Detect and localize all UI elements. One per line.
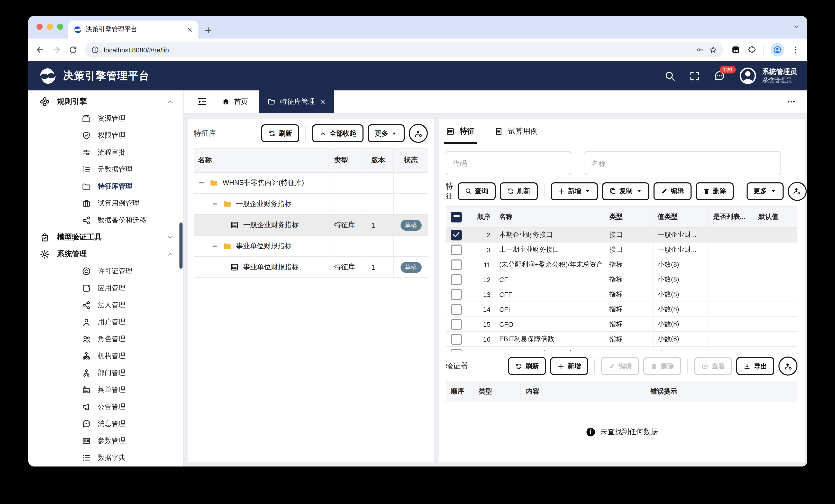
row-checkbox[interactable] <box>451 334 462 344</box>
sidebar-item-application[interactable]: 应用管理 <box>28 279 183 296</box>
sidebar-item-org-mgmt[interactable]: 机构管理 <box>28 347 183 364</box>
row-checkbox[interactable] <box>451 349 462 351</box>
delete-button[interactable]: 删除 <box>695 182 733 200</box>
tab-trial-case[interactable]: 试算用例 <box>494 119 538 144</box>
row-checkbox[interactable] <box>451 319 462 330</box>
sidebar-item-data-dict[interactable]: 数据字典 <box>28 449 183 466</box>
sidebar-item-i18n[interactable]: 国际化多语言 <box>28 466 183 466</box>
row-checkbox[interactable] <box>451 274 462 285</box>
tree-row[interactable]: 事业单位财报指标 特征库 1 草稿 <box>194 257 428 278</box>
collapse-all-button[interactable]: 全部收起 <box>312 124 364 142</box>
browser-tab[interactable]: 决策引擎管理平台 <box>68 21 198 39</box>
sidebar-item-params-mgmt[interactable]: 参数管理 <box>28 432 183 449</box>
site-info-icon[interactable] <box>91 46 99 54</box>
sidebar-item-license[interactable]: 许可证管理 <box>28 262 183 279</box>
collapse-toggle-icon[interactable] <box>211 201 219 208</box>
sidebar-item-metadata[interactable]: 元数据管理 <box>28 161 183 178</box>
validator-view-button[interactable]: 查看 <box>694 357 732 375</box>
maximize-window-button[interactable] <box>57 24 63 30</box>
close-icon[interactable] <box>320 99 326 105</box>
collapse-toggle-icon[interactable] <box>198 179 205 187</box>
sidebar-item-announcement[interactable]: 公告管理 <box>28 398 183 415</box>
sidebar-item-trial-case[interactable]: 试算用例管理 <box>28 195 183 212</box>
copy-button[interactable]: 复制 <box>602 182 649 200</box>
validator-refresh-button[interactable]: 刷新 <box>508 357 546 375</box>
feature-row[interactable]: 14 CFI 指标 小数(8) <box>446 302 797 317</box>
feature-row[interactable]: 11 (未分配利润+盈余公积)/年末总资产 指标 小数(8) <box>446 257 797 272</box>
sidebar-item-backup-migration[interactable]: 数据备份和迁移 <box>28 212 183 229</box>
tree-more-button[interactable]: 更多 <box>368 124 405 142</box>
validator-column-settings-button[interactable] <box>778 357 797 376</box>
row-checkbox[interactable] <box>451 229 462 240</box>
tree-row-selected[interactable]: 一般企业财务指标 特征库 1 草稿 <box>194 215 428 236</box>
browser-profile-avatar[interactable] <box>771 43 784 57</box>
tree-row[interactable]: 事业单位财报指标 <box>194 236 428 257</box>
user-menu[interactable]: 系统管理员 系统管理员 <box>738 66 797 85</box>
tab-feature[interactable]: 特征 <box>446 119 474 144</box>
minimize-window-button[interactable] <box>47 24 53 30</box>
row-checkbox[interactable] <box>451 289 462 300</box>
menu-fold-icon[interactable] <box>197 97 207 107</box>
tree-refresh-button[interactable]: 刷新 <box>261 124 299 142</box>
sidebar-group-system[interactable]: 系统管理 <box>28 246 183 262</box>
password-key-icon[interactable] <box>696 46 705 54</box>
feature-row[interactable]: 12 CF 指标 小数(8) <box>446 272 797 287</box>
darkreader-extension-icon[interactable] <box>731 45 741 55</box>
tab-feature-lib-active[interactable]: 特征库管理 <box>259 90 334 113</box>
extensions-puzzle-icon[interactable] <box>748 45 757 55</box>
back-button[interactable] <box>36 45 45 55</box>
forward-button[interactable] <box>52 45 61 55</box>
tab-close-icon[interactable] <box>187 26 193 33</box>
validator-export-button[interactable]: 导出 <box>736 357 774 375</box>
close-window-button[interactable] <box>37 24 43 30</box>
url-text[interactable]: localhost:8080/#/re/lib <box>104 46 692 54</box>
tree-row[interactable]: WHNS非零售内评(特征库) <box>194 173 428 194</box>
name-filter-input[interactable] <box>585 151 781 175</box>
tab-search-chevron-icon[interactable] <box>793 23 800 30</box>
bookmark-star-icon[interactable] <box>709 46 717 54</box>
sidebar-group-rule-engine[interactable]: 规则引擎 <box>28 93 183 110</box>
feature-row[interactable]: 3 上一期企业财务接口 接口 一般企业财... <box>446 243 797 257</box>
sidebar-item-message-mgmt[interactable]: 消息管理 <box>28 415 183 432</box>
sidebar-item-menu-mgmt[interactable]: 菜单管理 <box>28 381 183 398</box>
sidebar-item-user-mgmt[interactable]: 用户管理 <box>28 313 183 330</box>
validator-add-button[interactable]: 新增 <box>550 357 588 375</box>
reload-button[interactable] <box>68 45 78 55</box>
validator-edit-button[interactable]: 编辑 <box>601 357 639 375</box>
sidebar-item-feature-lib[interactable]: 特征库管理 <box>28 178 183 195</box>
sidebar-item-role-mgmt[interactable]: 角色管理 <box>28 330 183 347</box>
sidebar-item-legal-person[interactable]: 法人管理 <box>28 296 183 313</box>
browser-menu-icon[interactable] <box>791 45 800 55</box>
address-bar[interactable]: localhost:8080/#/re/lib <box>85 42 724 58</box>
row-checkbox[interactable] <box>451 244 462 255</box>
sidebar-item-dept-mgmt[interactable]: 部门管理 <box>28 364 183 381</box>
sidebar-group-model-validation[interactable]: 模型验证工具 <box>28 229 183 246</box>
feature-refresh-button[interactable]: 刷新 <box>500 182 537 200</box>
feature-row[interactable]: 16 EBIT利息保障倍数 指标 小数(8) <box>446 332 797 347</box>
sidebar-item-resource[interactable]: 资源管理 <box>28 110 183 127</box>
validator-delete-button[interactable]: 删除 <box>643 357 681 375</box>
tab-home[interactable]: 首页 <box>222 97 248 106</box>
tab-more-options-icon[interactable] <box>787 97 796 106</box>
row-checkbox[interactable] <box>451 259 462 270</box>
search-icon[interactable] <box>664 70 675 81</box>
fullscreen-icon[interactable] <box>689 70 700 81</box>
sidebar-item-process-approval[interactable]: 流程审批 <box>28 144 183 161</box>
feature-row[interactable]: 13 CFF 指标 小数(8) <box>446 287 797 302</box>
collapse-toggle-icon[interactable] <box>211 243 219 250</box>
tree-column-settings-button[interactable] <box>409 124 428 143</box>
tree-row[interactable]: 一般企业财务指标 <box>194 194 428 215</box>
sidebar-scrollbar-thumb[interactable] <box>180 223 183 269</box>
feature-row[interactable]: 15 CFO 指标 小数(8) <box>446 317 797 332</box>
feature-row[interactable]: 17 EBIT利息保障倍数增长率 指标 小数(8) <box>446 347 797 351</box>
new-tab-button[interactable] <box>204 26 212 35</box>
select-all-checkbox[interactable] <box>451 211 462 222</box>
sidebar-item-permission[interactable]: 权限管理 <box>28 127 183 144</box>
feature-row[interactable]: 2 本期企业财务接口 接口 一般企业财... <box>446 228 797 243</box>
messages-button[interactable]: 120 <box>713 70 725 81</box>
feature-more-button[interactable]: 更多 <box>746 182 783 200</box>
row-checkbox[interactable] <box>451 304 462 315</box>
edit-button[interactable]: 编辑 <box>653 182 691 200</box>
feature-column-settings-button[interactable] <box>788 182 807 201</box>
query-button[interactable]: 查询 <box>457 182 495 200</box>
